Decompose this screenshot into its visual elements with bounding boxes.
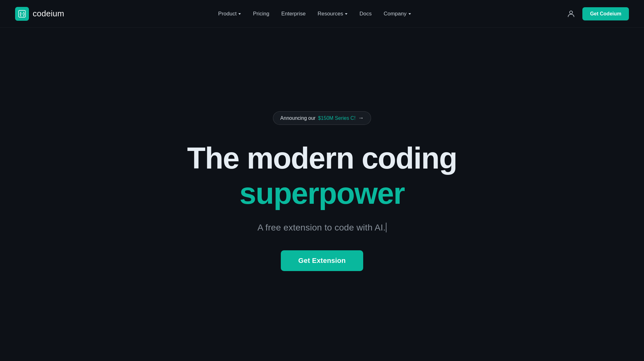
nav-company[interactable]: Company (379, 8, 416, 19)
hero-subtitle: A free extension to code with AI. (258, 223, 387, 233)
chevron-down-icon (345, 13, 347, 15)
nav-product[interactable]: Product (213, 8, 246, 19)
nav-docs[interactable]: Docs (354, 8, 377, 19)
cursor-blink (386, 223, 386, 232)
svg-point-4 (570, 11, 573, 14)
nav-actions: Get Codeium (565, 7, 629, 20)
svg-point-3 (21, 13, 22, 14)
hero-title-line1: The modern coding (187, 142, 457, 174)
logo-icon: { } (15, 7, 29, 21)
announcement-badge[interactable]: Announcing our $150M Series C! → (273, 111, 371, 125)
chevron-down-icon (238, 13, 241, 15)
hero-title-line2: superpower (187, 177, 457, 210)
hero-section: Announcing our $150M Series C! → The mod… (0, 28, 644, 361)
hero-title: The modern coding superpower (187, 142, 457, 222)
nav-enterprise[interactable]: Enterprise (276, 8, 310, 19)
svg-text:}: } (23, 11, 25, 16)
chevron-down-icon (408, 13, 411, 15)
logo-link[interactable]: { } codeium (15, 7, 64, 21)
brand-name: codeium (33, 9, 64, 19)
svg-text:{: { (19, 11, 21, 16)
user-account-button[interactable] (565, 8, 577, 20)
nav-resources[interactable]: Resources (313, 8, 353, 19)
nav-pricing[interactable]: Pricing (248, 8, 274, 19)
nav-links: Product Pricing Enterprise Resources Doc… (213, 8, 416, 19)
announcement-prefix: Announcing our (280, 115, 315, 121)
navbar: { } codeium Product Pricing Enterprise (0, 0, 644, 28)
announcement-arrow: → (358, 115, 364, 121)
get-codeium-button[interactable]: Get Codeium (582, 7, 629, 20)
announcement-highlight: $150M Series C! (318, 115, 355, 121)
get-extension-button[interactable]: Get Extension (281, 250, 364, 271)
